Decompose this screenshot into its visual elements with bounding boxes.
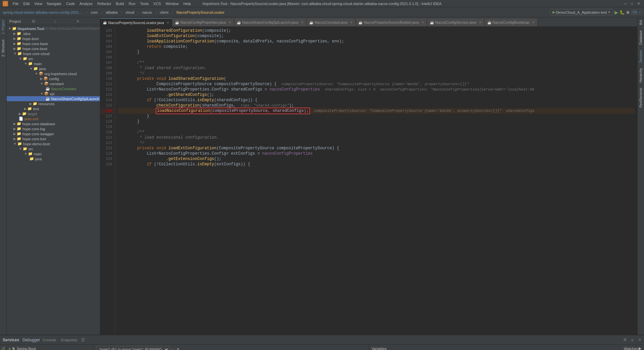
breadcrumb-project[interactable]: spring-cloud-starter-alibaba-nacos-confi… <box>1 10 84 15</box>
menu-navigate[interactable]: Navigate <box>45 1 63 6</box>
run-config-dropdown[interactable]: ▼ <box>608 10 611 14</box>
tab-nacos-config-properties[interactable]: ☕ NacosConfigProperties.java ✕ <box>172 18 234 26</box>
tree-config[interactable]: ▶ 📦 config <box>7 76 100 81</box>
tree-test[interactable]: ▶ 📁 test <box>7 106 100 111</box>
step-up-icon[interactable]: ↑ <box>170 347 172 350</box>
filter-frames-icon[interactable]: ▼ <box>176 347 180 350</box>
tree-spi[interactable]: ▼ 📦 spi <box>7 91 100 96</box>
tab-nacos-share-config[interactable]: ☕ NacosShareConfigSpiLaunch.java ✕ <box>234 18 307 26</box>
tree-target[interactable]: ▶ 📁 target <box>7 111 100 116</box>
line-numbers: 101 102 103 104 105 106 107 108 109 110 … <box>100 27 115 335</box>
breadcrumb-cloud[interactable]: cloud <box>124 10 136 15</box>
tab-nacos-property-source-locator[interactable]: ☕ NacosPropertySourceLocator.java ✕ <box>100 18 172 26</box>
sidebar-label-database[interactable]: Database <box>638 28 643 47</box>
watches-button[interactable]: Watches ▶ <box>624 346 641 350</box>
debug-btn[interactable]: 🐛 <box>620 10 625 15</box>
project-panel: Project ⚙ ↕ ✕ ▼ 📁 Hopehomi-Tool E:\idea-… <box>7 17 100 335</box>
tree-pom[interactable]: 📄 pom.xml <box>7 116 100 121</box>
menu-refactor[interactable]: Refactor <box>95 1 113 6</box>
tree-hope-demo-boot[interactable]: ▼ 📁 hope-demo-boot <box>7 141 100 146</box>
tab-nacos-config-service[interactable]: ☕ NacosConfigService.java ✕ <box>427 18 485 26</box>
code-content[interactable]: loadSharedConfiguration(composite); load… <box>115 27 637 335</box>
step-down-icon[interactable]: ↓ <box>173 347 175 350</box>
tree-src[interactable]: ▼ 📁 src <box>7 56 100 61</box>
tree-idea[interactable]: ▶ 📁 .idea <box>7 31 100 36</box>
services-tree: ▼ 🍃 Spring Boot ▼ ▶ Running DemoBootAppl… <box>7 345 94 350</box>
breadcrumb-alibaba[interactable]: alibaba <box>104 10 119 15</box>
menu-edit[interactable]: Edit <box>21 1 32 6</box>
bottom-tab-console[interactable]: Console <box>41 337 58 343</box>
maximize-btn[interactable]: □ <box>629 1 635 6</box>
code-line-121: * load extensional configuration. <box>118 135 635 140</box>
tree-demo-java[interactable]: 📁 java <box>7 156 100 161</box>
tree-demo-main[interactable]: ▼ 📁 main <box>7 151 100 156</box>
bottom-tab-endpoints[interactable]: Endpoints <box>59 337 79 343</box>
tab-nacos-constant[interactable]: ☕ NacosConstant.java ✕ <box>307 18 356 26</box>
filter-icon[interactable]: ☰ <box>81 338 85 342</box>
tree-hope-core-base[interactable]: ▶ 📁 hope-core-base <box>7 41 100 46</box>
tab-nacos-config-bootstrap[interactable]: ☕ NacosConfigBootstrap ✕ <box>485 18 538 26</box>
project-expand-icon[interactable]: ↕ <box>54 19 75 24</box>
tree-main[interactable]: ▼ 📁 main <box>7 61 100 66</box>
tree-root[interactable]: ▼ 📁 Hopehomi-Tool E:\idea-workspace\hope… <box>7 26 100 31</box>
tree-resources[interactable]: ▶ 📁 resources <box>7 101 100 106</box>
run-btn[interactable]: ▶ <box>615 10 618 15</box>
thread-selector[interactable]: *main* @1 in group *main*: RUNNING <box>96 346 169 350</box>
run-config-selector[interactable]: ▶ DemoCloud_A_Application-test ▼ <box>550 9 613 15</box>
tree-hope-core-swagger[interactable]: ▶ 📁 hope-core-swagger <box>7 131 100 136</box>
menu-window[interactable]: Window <box>164 1 181 6</box>
frames-debug-area: *main* @1 in group *main*: RUNNING ↑ ↓ ▼… <box>94 345 369 350</box>
menu-build[interactable]: Build <box>114 1 126 6</box>
tab-nacos-property-source-builder[interactable]: ☕ NacosPropertySourceBuilder.java ✕ <box>356 18 427 26</box>
close-btn[interactable]: ✕ <box>636 1 641 6</box>
tree-java[interactable]: ▼ 📁 java <box>7 66 100 71</box>
config-icon[interactable]: ≡ <box>629 337 635 343</box>
tree-hope-core-log[interactable]: ▶ 📁 hope-core-log <box>7 126 100 131</box>
menu-tools[interactable]: Tools <box>138 1 151 6</box>
tree-nacos-constant[interactable]: ☕ NacosConstant <box>7 86 100 91</box>
sidebar-label-structure[interactable]: 2: Structure <box>1 37 6 59</box>
bottom-tab-debugger[interactable]: Debugger <box>22 338 40 342</box>
sidebar-label-rest-services[interactable]: RestServices <box>638 85 643 110</box>
stop-btn[interactable]: ⏹ <box>626 10 630 15</box>
rerun-icon[interactable]: ↺ <box>1 346 5 350</box>
tree-nacos-share-config[interactable]: ☕ NacosShareConfigSpiLaunch <box>7 96 100 101</box>
breadcrumb-class[interactable]: NacosPropertySourceLocator <box>175 10 226 15</box>
tree-demo-src[interactable]: ▼ 📁 src <box>7 146 100 151</box>
tree-hope-bom[interactable]: ▶ 📁 hope-bom <box>7 36 100 41</box>
code-line-106 <box>118 55 635 60</box>
close-tab-icon[interactable]: ✕ <box>167 21 169 24</box>
menu-code[interactable]: Code <box>64 1 77 6</box>
tree-constant[interactable]: ▼ 📦 constant <box>7 81 100 86</box>
menu-file[interactable]: File <box>11 1 21 6</box>
git-status: Git: ✓ <box>631 10 643 15</box>
menu-help[interactable]: Help <box>181 1 193 6</box>
sidebar-label-project[interactable]: 1: Project <box>1 17 6 37</box>
app-icon: I <box>3 1 8 6</box>
menu-view[interactable]: View <box>32 1 44 6</box>
project-close-icon[interactable]: ✕ <box>76 19 97 24</box>
close-panel-icon[interactable]: ✕ <box>637 337 643 343</box>
project-settings-icon[interactable]: ⚙ <box>32 19 53 24</box>
service-spring-boot[interactable]: ▼ 🍃 Spring Boot <box>7 346 93 350</box>
titlebar-left: I File Edit View Navigate Code Analyze R… <box>3 1 193 6</box>
sidebar-label-ant[interactable]: Ant <box>638 17 643 28</box>
code-editor[interactable]: 101 102 103 104 105 106 107 108 109 110 … <box>100 27 637 335</box>
menu-run[interactable]: Run <box>127 1 137 6</box>
menu-vcs[interactable]: VCS <box>151 1 163 6</box>
tree-hope-core-tool[interactable]: ▶ 📁 hope-core-tool <box>7 136 100 141</box>
tree-org-package[interactable]: ▼ 📦 org.hopehomi.cloud <box>7 71 100 76</box>
sidebar-label-services[interactable]: Services <box>638 47 643 65</box>
settings-icon[interactable]: ⚙ <box>622 337 628 343</box>
code-line-115: checkConfiguration(sharedConfigs, tips: … <box>118 103 635 108</box>
sidebar-label-hierarchy[interactable]: Hierarchy <box>638 65 643 85</box>
tree-hope-core-database[interactable]: ▶ 📁 hope-core-database <box>7 121 100 126</box>
minimize-btn[interactable]: — <box>623 1 628 6</box>
editor-tabs: ☕ NacosPropertySourceLocator.java ✕ ☕ Na… <box>100 17 637 27</box>
breadcrumb-client[interactable]: client <box>159 10 170 15</box>
tree-hope-core-cloud[interactable]: ▼ 📁 hope-core-cloud <box>7 51 100 56</box>
breadcrumb-nacos[interactable]: nacos <box>141 10 153 15</box>
menu-analyze[interactable]: Analyze <box>77 1 95 6</box>
tree-hope-core-boot[interactable]: ▶ 📁 hope-core-boot <box>7 46 100 51</box>
breadcrumb-com[interactable]: com <box>90 10 99 15</box>
